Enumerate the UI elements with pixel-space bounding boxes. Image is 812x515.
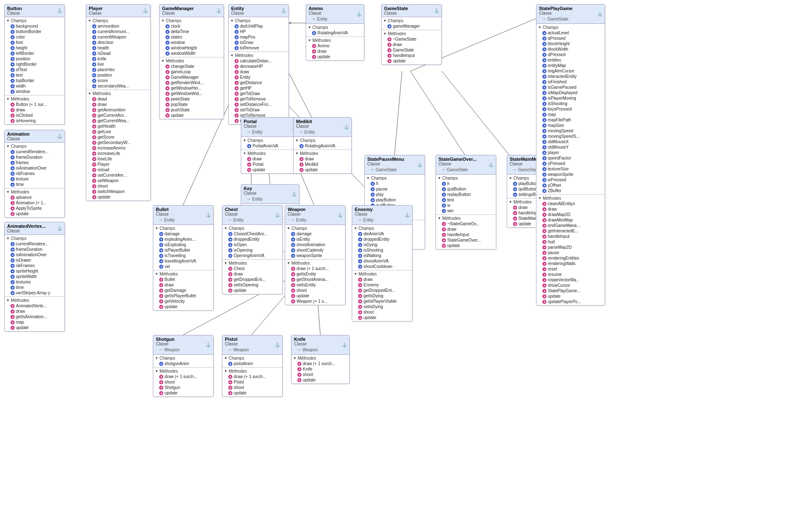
field-icon: ●: [10, 73, 15, 77]
card-portal[interactable]: Portal Classe → Entity ⚓ ▼ Champs●Portal…: [241, 117, 299, 174]
card-stateplaygame[interactable]: StatePlayGame Classe → GameState ⚓ ▼ Cha…: [536, 4, 605, 306]
method-icon: ●: [10, 326, 15, 330]
methods-label: ▼ Méthodes: [224, 368, 281, 374]
field-icon: ●: [542, 47, 546, 52]
card-weapon[interactable]: Weapon Classe → Entity ⚓ ▼ Champs●damage…: [285, 205, 345, 305]
method-name: getHealth: [98, 124, 116, 129]
fields-label: ▼ Champs: [6, 18, 63, 23]
field-name: RotatingAnimVA: [317, 31, 348, 35]
field-item: ●states: [161, 34, 222, 40]
method-icon: ●: [297, 373, 302, 377]
field-item: ●toDraw: [230, 40, 287, 45]
field-icon: ●: [228, 254, 232, 258]
field-name: currentWeapon: [98, 35, 126, 39]
method-item: ●getInteractedE...: [538, 228, 603, 234]
field-item: ●entities: [538, 57, 603, 63]
method-item: ●isClicked: [6, 113, 63, 118]
field-icon: ●: [291, 237, 295, 242]
card-gamemanager[interactable]: GameManager Classe ⚓ ▼ Champs●clock●delt…: [159, 4, 224, 119]
field-item: ●mapFilePath: [538, 117, 603, 123]
card-chest[interactable]: Chest Classe → Entity ⚓ ▼ Champs●ClosedC…: [222, 205, 283, 294]
card-gamestate[interactable]: GameState Classe ⚓ ▼ Champs●gameManager▼…: [381, 4, 442, 65]
card-ennemy[interactable]: Ennemy Classe → Entity ⚓ ▼ Champs●dieAni…: [352, 205, 412, 322]
method-icon: ●: [542, 240, 546, 244]
field-icon: ●: [10, 62, 15, 67]
method-item: ●getIsEntity: [287, 271, 343, 277]
method-name: dead: [98, 97, 107, 101]
field-name: dPressed: [548, 52, 565, 57]
method-icon: ●: [228, 283, 232, 287]
method-icon: ●: [165, 64, 170, 69]
field-name: shootAnimVA: [363, 259, 389, 263]
field-item: ●sPressed: [538, 161, 603, 166]
method-name: draw (+ 1 surch...: [234, 374, 266, 379]
method-icon: ●: [291, 278, 295, 282]
field-item: ●play: [366, 192, 423, 197]
field-name: travellingAnimVA: [165, 259, 196, 263]
method-name: draw: [16, 108, 25, 112]
triangle-icon: ▼: [243, 152, 246, 155]
card-player[interactable]: Player Classe ⚓ ▼ Champs●ammunition●curr…: [86, 4, 151, 201]
fields-label: ▼ Champs: [366, 175, 423, 181]
field-icon: ●: [371, 187, 375, 191]
triangle-icon: ▼: [6, 19, 10, 23]
method-icon: ●: [235, 64, 239, 69]
method-icon: ●: [235, 59, 239, 63]
method-name: GameManager: [171, 75, 199, 80]
method-name: getHP: [240, 86, 252, 90]
method-item: ●ApplyToSprite: [6, 206, 63, 211]
method-item: ●setCurrentAm...: [88, 173, 149, 178]
card-header-stateplaygame: StatePlayGame Classe → GameState ⚓: [536, 5, 605, 24]
method-item: ●shoot: [354, 309, 410, 315]
field-name: toDraw: [240, 40, 253, 45]
card-animation[interactable]: Animation Classe ⚓ ▼ Champs●currentRende…: [4, 130, 65, 218]
field-item: ●frameDuration: [6, 154, 63, 160]
field-item: ●background: [6, 23, 63, 29]
fields-label: ▼ Champs: [161, 18, 222, 23]
field-name: secondaryWea...: [98, 84, 129, 88]
method-name: Knife: [303, 367, 312, 371]
method-icon: ●: [92, 190, 96, 194]
card-pistol[interactable]: Pistol Classe → Weapon ⚓ ▼ Champs●pistol…: [222, 335, 283, 397]
method-icon: ●: [10, 304, 15, 308]
card-ammo[interactable]: Ammo Classe → Entity ⚓ ▼ Champs●Rotating…: [306, 4, 364, 61]
field-item: ●deltaTime: [161, 29, 222, 34]
method-item: ●advance: [6, 195, 63, 200]
card-stategameover[interactable]: StateGameOver... Classe → GameState ⚓ ▼ …: [436, 155, 496, 250]
card-shotgun[interactable]: Shotgun Classe → Weapon ⚓ ▼ Champs●shotg…: [153, 335, 214, 397]
field-icon: ●: [542, 53, 546, 57]
methods-section-stategameover: ▼ Méthodes●~StateGameOv...●draw●handleIn…: [436, 215, 496, 249]
field-name: spriteHeight: [16, 269, 38, 273]
method-item: ●setIsDying: [354, 304, 410, 309]
method-name: Ennemy: [363, 283, 379, 287]
field-item: ●interactedEntity: [538, 74, 603, 79]
triangle-icon: ▼: [383, 32, 387, 36]
card-header-player: Player Classe ⚓: [86, 5, 150, 17]
card-inherit: → GameState: [539, 15, 572, 22]
field-item: ●shootAnimation: [287, 242, 343, 247]
fields-section-chest: ▼ Champs●ClosedChestAni...●droppedEntity…: [222, 225, 282, 260]
field-icon: ●: [10, 90, 15, 94]
field-icon: ●: [542, 96, 546, 100]
method-icon: ●: [299, 157, 304, 161]
method-item: ●reload: [88, 167, 149, 173]
card-type: Classe: [162, 11, 194, 15]
field-name: playButton: [518, 181, 538, 186]
method-name: hud: [548, 239, 555, 244]
card-medikit[interactable]: Medikit Classe → Entity ⚓ ▼ Champs●Rotat…: [293, 117, 352, 174]
triangle-icon: ▼: [224, 356, 227, 360]
method-item: ●Ennemy: [354, 282, 410, 288]
methods-label: ▼ Méthodes: [155, 368, 211, 374]
field-name: currentRendere...: [16, 242, 49, 246]
field-item: ●explodingAnim...: [155, 237, 211, 242]
method-name: handleInput: [393, 53, 415, 58]
card-knife[interactable]: Knife Classe → Weapon ⚓ ▼ Méthodes●draw …: [291, 335, 350, 384]
field-name: shotgunAnim: [165, 361, 189, 366]
card-bullet[interactable]: Bullet Classe → Entity ⚓ ▼ Champs●damage…: [153, 205, 214, 311]
card-entity[interactable]: Entity Classe ⚓ ▼ Champs●distUntilPlay●H…: [228, 4, 289, 125]
card-button[interactable]: Button Classe ⚓ ▼ Champs●background●bott…: [4, 4, 65, 125]
card-animatedvertex[interactable]: AnimatedVertex... Classe ⚓ ▼ Champs●curr…: [4, 222, 65, 332]
anchor-icon: ⚓: [275, 213, 280, 217]
method-icon: ●: [291, 299, 295, 304]
field-item: ●isAnimationOver: [6, 165, 63, 171]
